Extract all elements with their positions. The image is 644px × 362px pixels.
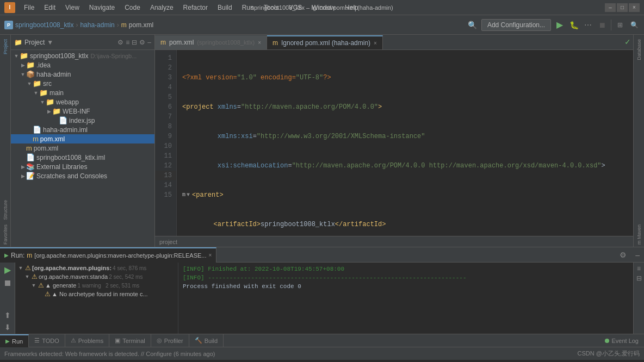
breadcrumb-project[interactable]: springboot1008_ktlx	[15, 21, 73, 29]
project-tab-label[interactable]: Project	[3, 37, 8, 57]
menu-refactor[interactable]: Refactor	[179, 3, 212, 13]
maximize-button[interactable]: □	[617, 3, 628, 12]
event-log-button[interactable]: Event Log	[599, 334, 644, 347]
tab-ignored-pomxml[interactable]: m Ignored pom.xml (haha-admin) ×	[267, 35, 383, 49]
run-settings-icon[interactable]: ⚙	[615, 251, 631, 259]
toolbar-run-icon[interactable]: ▶	[554, 20, 565, 30]
webapp-label: webapp	[56, 98, 79, 106]
run-item-label-1: [org.apache.maven.plugins:	[32, 265, 112, 271]
add-configuration-button[interactable]: Add Configuration...	[481, 19, 551, 31]
tree-item-indexjsp[interactable]: 📄 index.jsp	[11, 116, 154, 125]
database-tab-label[interactable]: Database	[636, 37, 642, 63]
menu-build[interactable]: Build	[213, 3, 237, 13]
scratches-icon: 📝	[26, 172, 35, 180]
minimize-button[interactable]: –	[605, 3, 616, 12]
run-xml-icon: m	[27, 252, 32, 259]
toolbar-debug-icon[interactable]: 🐛	[568, 20, 579, 30]
tree-item-hahaadmin-iml[interactable]: 📄 haha-admin.iml	[11, 125, 154, 134]
tree-item-idea[interactable]: ▶ 📁 .idea	[11, 60, 154, 70]
run-tree-item-1[interactable]: ▼ ⚠ [org.apache.maven.plugins: 4 sec, 87…	[15, 264, 178, 272]
maven-tab-label[interactable]: m Maven	[636, 222, 642, 247]
bottom-build-label: Build	[205, 338, 218, 344]
tree-item-root[interactable]: ▼ 📁 springboot1008_ktlx D:\java-Springb.…	[11, 51, 154, 60]
run-stop-icon[interactable]: ⏹	[3, 278, 12, 288]
menu-navigate[interactable]: Navigate	[85, 3, 119, 13]
tab-pomxml-close[interactable]: ×	[258, 40, 261, 46]
bottom-terminal-label: Terminal	[122, 338, 145, 344]
editor-area: m pom.xml (springboot1008_ktlx) × m Igno…	[155, 35, 633, 247]
tree-item-root-iml[interactable]: 📄 springboot1008_ktlx.iml	[11, 153, 154, 162]
bottom-tab-problems[interactable]: ⚠ Problems	[65, 334, 109, 347]
bottom-todo-label: TODO	[42, 338, 59, 344]
chevron-down-icon[interactable]: ▼	[47, 39, 53, 46]
bottom-tab-profiler[interactable]: ◎ Profiler	[151, 334, 189, 347]
run-tree-item-3[interactable]: ▼ ⚠ ▲ generate 1 warning 2 sec, 531 ms	[15, 281, 178, 290]
tree-item-webinf[interactable]: ▶ 📁 WEB-INF	[11, 107, 154, 116]
pomxml-selected-label: pom.xml	[40, 135, 65, 143]
tab-pomxml-main[interactable]: m pom.xml (springboot1008_ktlx) ×	[155, 35, 267, 49]
root-path: D:\java-Springb...	[90, 53, 137, 59]
run-right-icon-1[interactable]: ≡	[637, 265, 641, 272]
toolbar-git-icon[interactable]: ⊞	[615, 20, 626, 30]
menu-code[interactable]: Code	[120, 3, 145, 13]
panel-close-icon[interactable]: –	[147, 39, 151, 46]
structure-tab-label[interactable]: Structure	[3, 198, 8, 222]
toolbar-stop-icon[interactable]: ⏹	[597, 20, 608, 30]
run-item-label-2: org.apache.maven:standa	[39, 273, 108, 280]
bottom-tab-terminal[interactable]: ▣ Terminal	[109, 334, 151, 347]
breadcrumb-file[interactable]: pom.xml	[129, 21, 153, 29]
code-content[interactable]: <?xml version="1.0" encoding="UTF-8"?> <…	[177, 50, 633, 236]
run-right-icon-2[interactable]: ⊟	[636, 274, 642, 282]
panel-collapse-icon[interactable]: ⊟	[132, 39, 137, 46]
panel-settings-icon[interactable]: ⚙	[139, 39, 145, 46]
run-item-time-1: 4 sec, 876 ms	[113, 265, 146, 271]
tree-item-src[interactable]: ▼ 📁 src	[11, 79, 154, 88]
check-icon: ✓	[622, 35, 633, 49]
bottom-tab-build[interactable]: 🔨 Build	[189, 334, 224, 347]
run-play-icon[interactable]: ▶	[4, 265, 11, 275]
run-hide-icon[interactable]: –	[631, 251, 644, 259]
run-output[interactable]: [INFO] Finished at: 2022-10-08T19:45:57+…	[178, 263, 633, 334]
haha-admin-label: haha-admin	[36, 71, 71, 78]
toolbar-search[interactable]: 🔍	[467, 20, 478, 30]
root-iml-label: springboot1008_ktlx.iml	[36, 154, 105, 161]
menu-view[interactable]: View	[61, 3, 84, 13]
src-folder-icon: 📁	[33, 79, 41, 88]
favorites-tab-label[interactable]: Favorites	[3, 222, 8, 247]
left-strip: Project Structure Favorites	[0, 35, 11, 247]
breadcrumb-module[interactable]: haha-admin	[80, 21, 114, 29]
tree-item-main[interactable]: ▼ 📁 main	[11, 88, 154, 97]
webinf-folder-icon: 📁	[52, 107, 61, 115]
run-panel-tabs: ▶ Run: m [org.apache.maven.plugins:maven…	[0, 247, 644, 263]
project-tree: ▼ 📁 springboot1008_ktlx D:\java-Springb.…	[11, 50, 154, 247]
toolbar-search-icon[interactable]: 🔍	[629, 20, 640, 30]
jsp-file-icon: 📄	[59, 116, 67, 124]
tree-item-pomxml-root[interactable]: m pom.xml	[11, 143, 154, 153]
menu-file[interactable]: File	[20, 3, 39, 13]
run-scroll-top-icon[interactable]: ⬆	[4, 311, 11, 320]
panel-gear-icon[interactable]: ⚙	[117, 39, 123, 46]
toolbar-divider	[611, 20, 611, 30]
panel-sort-icon[interactable]: ≡	[126, 39, 129, 46]
run-tab-active[interactable]: ▶ Run: m [org.apache.maven.plugins:maven…	[0, 247, 216, 263]
main-folder-icon: 📁	[39, 89, 48, 97]
tree-item-pomxml-selected[interactable]: m pom.xml	[11, 134, 154, 143]
toolbar-more-icon[interactable]: ⋯	[583, 20, 593, 30]
tab-ignored-close[interactable]: ×	[374, 40, 377, 46]
breadcrumb-xml-icon: m	[121, 21, 127, 29]
run-tree-item-4[interactable]: ⚠ ▲ No archetype found in remote c...	[15, 290, 178, 298]
run-scroll-bottom-icon[interactable]: ⬇	[4, 323, 11, 332]
run-tree-item-2[interactable]: ▼ ⚠ org.apache.maven:standa 2 sec, 542 m…	[15, 272, 178, 281]
tree-item-scratches[interactable]: ▶ 📝 Scratches and Consoles	[11, 171, 154, 180]
breadcrumb-sep1: ›	[76, 21, 78, 29]
menu-analyze[interactable]: Analyze	[146, 3, 178, 13]
run-tab-close[interactable]: ×	[208, 252, 212, 258]
tree-item-haha-admin[interactable]: ▼ 📦 haha-admin	[11, 70, 154, 79]
bottom-tab-run[interactable]: ▶ Run	[0, 334, 29, 347]
bottom-tab-todo[interactable]: ☰ TODO	[29, 334, 65, 347]
close-button[interactable]: ×	[629, 3, 640, 12]
menu-edit[interactable]: Edit	[40, 3, 60, 13]
tree-item-ext-libs[interactable]: ▶ 📚 External Libraries	[11, 162, 154, 171]
tree-item-webapp[interactable]: ▼ 📁 webapp	[11, 97, 154, 107]
run-sidebar-right: ≡ ⊟	[633, 263, 644, 334]
